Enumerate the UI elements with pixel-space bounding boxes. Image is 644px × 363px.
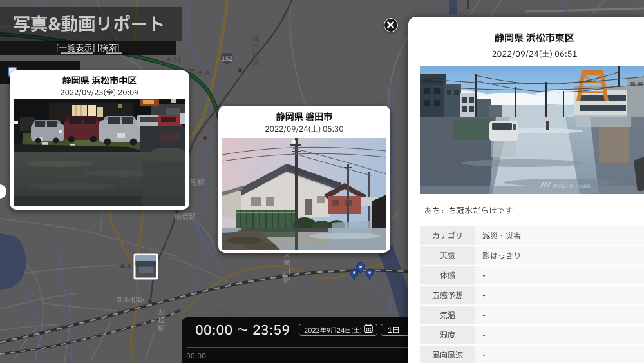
svg-text:weathernews: weathernews (552, 182, 591, 189)
